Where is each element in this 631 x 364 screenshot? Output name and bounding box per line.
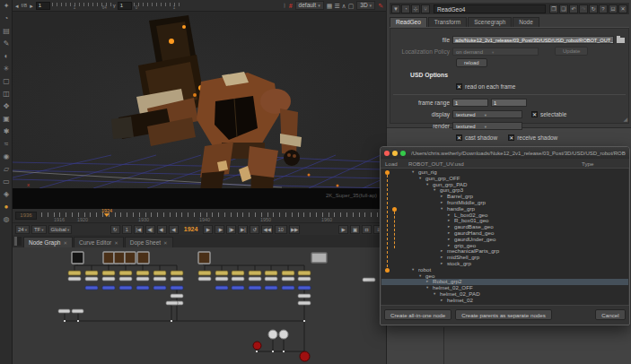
main-toolbar[interactable]: ✦◔▤✎◐✳▢◫✥▣✱≈◉▱▭◈●◍	[0, 0, 13, 364]
dag-node-gray[interactable]	[166, 301, 178, 305]
center-icon[interactable]: ⊹	[411, 4, 420, 13]
dag-node-blue[interactable]	[282, 286, 294, 290]
node-name-field[interactable]: ReadGeo4	[434, 4, 546, 13]
close-tab-icon[interactable]: ✕	[163, 240, 168, 246]
tree-row-Robot_grp2[interactable]: ▸Robot_grp2	[381, 279, 628, 285]
props-tab-node[interactable]: Node	[513, 17, 539, 27]
gamma-slider[interactable]: 01	[134, 3, 180, 9]
dag-node-thumb[interactable]	[198, 252, 210, 264]
dag-node-gray[interactable]	[232, 277, 244, 281]
fps-select[interactable]: 24	[15, 225, 30, 234]
tree-row-helmet_02[interactable]: ▸helmet_02	[381, 298, 628, 304]
color-icon[interactable]: ◐	[0, 50, 13, 63]
dag-node-yellow[interactable]	[265, 271, 277, 275]
dag-node-red[interactable]	[253, 342, 261, 350]
render-icon[interactable]: ●	[0, 201, 13, 213]
downrez-hash[interactable]: #	[288, 1, 294, 11]
3d-icon[interactable]: ▣	[0, 113, 13, 126]
3d-viewport[interactable]: x	[13, 12, 386, 188]
expand-icon[interactable]: ▸	[448, 224, 450, 230]
playback-back-button[interactable]: ◀·	[157, 225, 167, 234]
dag-node-blue[interactable]	[171, 286, 183, 290]
lock-range-icon[interactable]: ◘	[362, 225, 372, 234]
folder-browse-icon[interactable]	[617, 36, 625, 43]
render-select[interactable]: textured	[452, 122, 522, 130]
expand-icon[interactable]: ▸	[448, 218, 450, 224]
timeline[interactable]: 1936 1916192019301940195019601970 1924	[13, 209, 386, 222]
prev-fstop-icon[interactable]: ◂	[14, 1, 20, 11]
flipbook-icon[interactable]: ▶	[338, 225, 348, 234]
collapse-icon[interactable]: ▾	[419, 176, 421, 182]
collapse-icon[interactable]: ▾	[434, 187, 435, 194]
roi-icon[interactable]: ▢	[347, 1, 355, 11]
expand-icon[interactable]: ▸	[441, 194, 443, 200]
file-field[interactable]: ads/Nuke12_2v1_release/03_Post/3D/USD/US…	[452, 36, 614, 44]
metadata-icon[interactable]: ▱	[0, 163, 13, 176]
selectable-checkbox[interactable]	[531, 111, 538, 117]
lut-select[interactable]: default	[295, 1, 324, 10]
expand-icon[interactable]: ▸	[441, 200, 443, 206]
inc-left-button[interactable]: ◀◀	[261, 225, 272, 234]
next-fstop-icon[interactable]: ▸	[29, 1, 34, 11]
expand-icon[interactable]: ▸	[448, 230, 450, 237]
reload-button[interactable]: reload	[456, 58, 487, 67]
dag-node-gray[interactable]	[298, 277, 311, 281]
nuke-logo-icon[interactable]: ✦	[0, 0, 13, 13]
playhead[interactable]: 1924	[101, 209, 112, 217]
proxy-icon[interactable]: ⦚	[283, 1, 285, 11]
clock-icon[interactable]: ◔	[401, 4, 410, 13]
playback-fwd-button[interactable]: ▶|	[238, 225, 248, 234]
tree-row-helmet_02_PAD[interactable]: ▾helmet_02_PAD	[381, 291, 628, 298]
expand-icon[interactable]: ▸	[448, 212, 450, 219]
pin-icon[interactable]: ⊡	[609, 4, 618, 13]
tree-row-Barrel_grp[interactable]: ▸Barrel_grp	[381, 194, 628, 200]
dag-node-gray[interactable]	[171, 294, 183, 298]
mac-zoom-button[interactable]	[400, 151, 406, 156]
tree-row-robot[interactable]: ▾robot	[381, 267, 628, 273]
transform-icon[interactable]: ✥	[0, 100, 13, 113]
create-parents-separate-button[interactable]: Create parents as separate nodes	[455, 309, 552, 320]
dag-node-gray[interactable]	[215, 277, 228, 281]
dag-node-yellow[interactable]	[249, 271, 261, 275]
views-icon[interactable]: ◉	[0, 151, 13, 163]
other-icon[interactable]: ◈	[0, 188, 13, 201]
expand-icon[interactable]: ▸	[441, 298, 443, 304]
tree-row-grip_geo[interactable]: ▸grip_geo	[381, 243, 628, 249]
props-tab-transform[interactable]: Transform	[428, 17, 467, 27]
channels-icon[interactable]: ⑂	[421, 4, 430, 13]
playback-back-button[interactable]: ◀|	[145, 225, 155, 234]
receive-shadow-checkbox[interactable]	[508, 134, 514, 141]
expand-icon[interactable]: ▸	[441, 261, 443, 267]
keyer-icon[interactable]: ▢	[0, 75, 13, 88]
dag-node-yellow[interactable]	[171, 271, 183, 275]
expand-icon[interactable]: ▸	[426, 279, 428, 285]
layers-icon[interactable]: ☰	[333, 1, 340, 11]
playback-back-button[interactable]: |◀	[134, 225, 144, 234]
dag-node-sphere[interactable]	[268, 330, 277, 339]
dag-node-blue[interactable]	[85, 286, 98, 290]
time-icon[interactable]: ◔	[0, 13, 13, 25]
draw-icon[interactable]: ✎	[0, 38, 13, 50]
tree-row-R_box01_geo[interactable]: ▸R_box01_geo	[381, 218, 628, 224]
cancel-button[interactable]: Cancel	[595, 309, 626, 320]
step-one-button[interactable]: 1	[122, 225, 132, 234]
collapse-icon[interactable]: ▾	[426, 285, 428, 291]
expand-icon[interactable]: ▸	[441, 248, 443, 255]
gamma-input[interactable]: 1	[118, 2, 132, 10]
annotate-pencil-icon[interactable]: ✎	[377, 1, 384, 11]
mac-minimize-button[interactable]	[392, 151, 398, 156]
help-icon[interactable]: ◍	[0, 213, 13, 226]
close-icon[interactable]: ✕	[618, 4, 627, 13]
scenegraph-tree[interactable]: ▾gun_rig▾gun_grp_OFF▾gun_grp_PAD▾gun_grp…	[381, 169, 628, 305]
dag-node-gray[interactable]	[249, 277, 261, 281]
loop-button[interactable]: ↻	[110, 225, 120, 234]
dag-node-thumb[interactable]	[114, 252, 125, 264]
dag-node-thumb[interactable]	[137, 252, 149, 264]
dag-node-yellow[interactable]	[119, 271, 132, 275]
frame-range-start-field[interactable]: 1	[452, 99, 488, 107]
playback-fwd-button[interactable]: ·▶	[215, 225, 224, 234]
resize-grip[interactable]: ◢	[623, 116, 627, 122]
node-graph-canvas[interactable]	[13, 247, 386, 364]
dag-node-gray[interactable]	[72, 309, 83, 313]
tree-row-gun_rig[interactable]: ▾gun_rig	[381, 169, 628, 176]
